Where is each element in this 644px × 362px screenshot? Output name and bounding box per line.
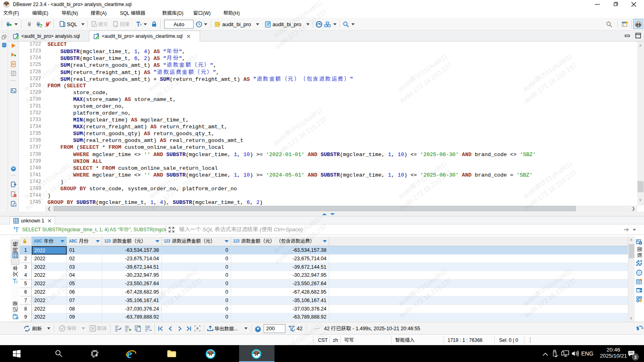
svg-text:(x): (x) [14, 204, 17, 206]
svg-text:e: e [127, 349, 132, 359]
